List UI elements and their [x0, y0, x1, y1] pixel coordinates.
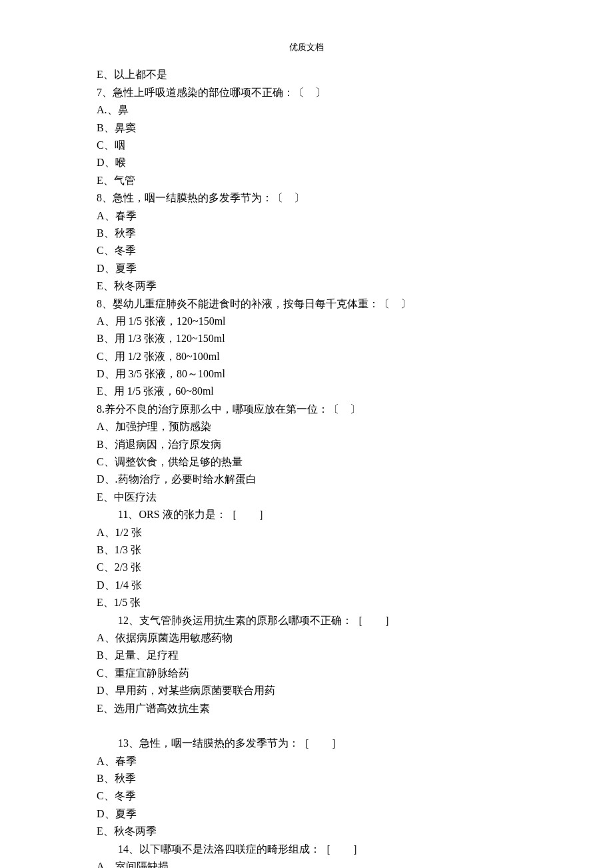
text-line: B、消退病因，治疗原发病 — [97, 436, 560, 453]
page-header: 优质文档 — [0, 40, 613, 54]
text-line — [97, 717, 560, 735]
text-line: A、1/2 张 — [97, 524, 560, 541]
text-line: C、冬季 — [97, 787, 560, 805]
text-line: C、重症宜静脉给药 — [97, 665, 560, 682]
text-line: B、用 1/3 张液，120~150ml — [97, 330, 560, 347]
text-line: A、春季 — [97, 753, 560, 770]
text-line: A、依据病原菌选用敏感药物 — [97, 629, 560, 647]
text-line: A、春季 — [97, 207, 560, 225]
text-line: D、夏季 — [97, 805, 560, 823]
text-line: E、中医疗法 — [97, 489, 560, 506]
text-line: B、秋季 — [97, 225, 560, 242]
text-line: 7、急性上呼吸道感染的部位哪项不正确：〔 〕 — [97, 84, 560, 101]
text-line: D、喉 — [97, 154, 560, 171]
text-line: 13、急性，咽一结膜热的多发季节为：［ ］ — [97, 735, 560, 752]
text-line: C、调整饮食，供给足够的热量 — [97, 453, 560, 471]
text-line: B、足量、足疗程 — [97, 647, 560, 664]
text-line: B、1/3 张 — [97, 541, 560, 559]
text-line: C、冬季 — [97, 242, 560, 259]
text-line: 8.养分不良的治疗原那么中，哪项应放在第一位：〔 〕 — [97, 401, 560, 418]
text-line: B、秋季 — [97, 770, 560, 787]
text-line: A.、鼻 — [97, 101, 560, 119]
text-line: C、用 1/2 张液，80~100ml — [97, 348, 560, 365]
text-line: 11、ORS 液的张力是：［ ］ — [97, 506, 560, 523]
text-line: D、夏季 — [97, 260, 560, 277]
text-line: 8、急性，咽一结膜热的多发季节为：〔 〕 — [97, 189, 560, 207]
text-line: E、秋冬两季 — [97, 823, 560, 840]
text-line: D、用 3/5 张液，80～100ml — [97, 365, 560, 383]
text-line: E、1/5 张 — [97, 594, 560, 611]
text-line: E、以上都不是 — [97, 66, 560, 83]
text-line: E、气管 — [97, 172, 560, 189]
text-line: E、秋冬两季 — [97, 277, 560, 295]
text-line: C、2/3 张 — [97, 559, 560, 576]
document-content: E、以上都不是7、急性上呼吸道感染的部位哪项不正确：〔 〕A.、鼻B、鼻窦C、咽… — [0, 66, 613, 868]
text-line: D、早用药，对某些病原菌要联合用药 — [97, 682, 560, 699]
text-line: 12、支气管肺炎运用抗生素的原那么哪项不正确：［ ］ — [97, 612, 560, 629]
text-line: A、用 1/5 张液，120~150ml — [97, 313, 560, 330]
text-line: E、选用广谱高效抗生素 — [97, 700, 560, 717]
text-line: 14、以下哪项不是法洛四联症的畸形组成：［ ］ — [97, 841, 560, 858]
text-line: C、咽 — [97, 137, 560, 154]
text-line: D、1/4 张 — [97, 577, 560, 594]
text-line: D、.药物治疗，必要时给水解蛋白 — [97, 471, 560, 488]
text-line: E、用 1/5 张液，60~80ml — [97, 383, 560, 400]
text-line: 8、婴幼儿重症肺炎不能进食时的补液，按每日每千克体重：〔 〕 — [97, 295, 560, 313]
text-line: B、鼻窦 — [97, 119, 560, 137]
text-line: A、室间隔缺损 — [97, 858, 560, 868]
text-line: A、加强护理，预防感染 — [97, 418, 560, 435]
header-text: 优质文档 — [289, 42, 324, 52]
